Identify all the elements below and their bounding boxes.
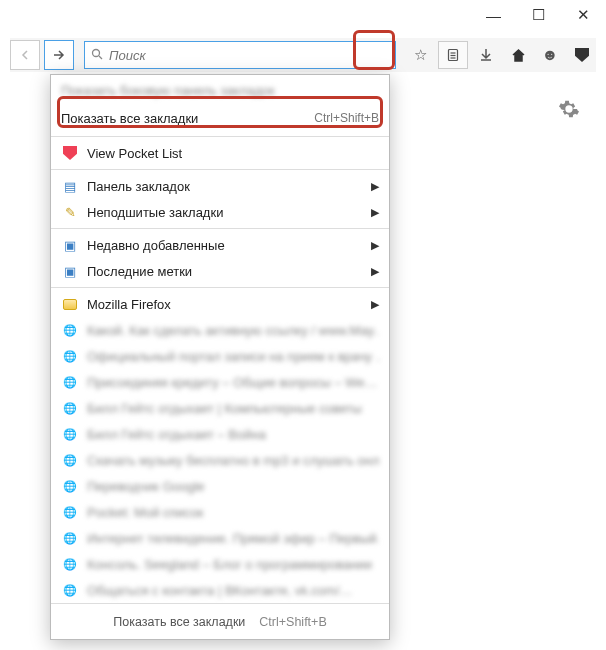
menu-item-label: Показать все закладки [61,111,314,126]
menu-show-all-bookmarks[interactable]: Показать все закладки Ctrl+Shift+B [51,103,389,133]
menu-item-label: Панель закладок [87,179,363,194]
bookmark-item[interactable]: 🌐Pocket: Мой список [51,499,389,525]
menu-separator [51,228,389,229]
menu-show-sidebar[interactable]: Показать боковую панель закладок [51,77,389,103]
globe-icon: 🌐 [61,451,79,469]
search-input[interactable] [109,48,389,63]
bookmark-item[interactable]: 🌐Присоединяя кредиту – Общие вопросы – W… [51,369,389,395]
svg-point-0 [93,49,100,56]
pocket-icon [61,144,79,162]
bookmark-item[interactable]: 🌐Скачать музыку бесплатно в mp3 и слушат… [51,447,389,473]
bookmark-item-label: Билл Гейтс отдыхает | Компьютерные совет… [87,401,379,416]
globe-icon: 🌐 [61,503,79,521]
minimize-button[interactable]: — [471,0,516,30]
globe-icon: 🌐 [61,373,79,391]
bookmark-item[interactable]: 🌐Какой. Как сделать активную ссылку / ww… [51,317,389,343]
menu-bookmarks-toolbar[interactable]: ▤ Панель закладок ▶ [51,173,389,199]
browser-toolbar: ☆ ☻ [10,38,596,72]
recent-added-icon: ▣ [61,236,79,254]
globe-icon: 🌐 [61,425,79,443]
search-icon [91,48,103,63]
bookmark-item[interactable]: 🌐Консоль. Seegland – Блог о программиров… [51,551,389,577]
menu-item-label: Недавно добавленные [87,238,363,253]
bookmark-item[interactable]: 🌐Официальный портал записи на прием к вр… [51,343,389,369]
menu-footer[interactable]: Показать все закладки Ctrl+Shift+B [51,603,389,639]
recent-tags-icon: ▣ [61,262,79,280]
bookmarks-dropdown-menu: Показать боковую панель закладок Показат… [50,74,390,640]
downloads-icon[interactable] [472,41,500,69]
chevron-right-icon: ▶ [371,298,379,311]
arrow-right-icon [53,50,65,60]
chevron-right-icon: ▶ [371,180,379,193]
bookmarks-toolbar-icon: ▤ [61,177,79,195]
menu-item-label: Последние метки [87,264,363,279]
face-icon[interactable]: ☻ [536,41,564,69]
bookmark-item-label: Консоль. Seegland – Блог о программирова… [87,557,379,572]
menu-item-label: Показать боковую панель закладок [61,83,379,98]
bookmark-item-label: Общаться с контакта | ВКонтакте, vk.com/… [87,583,379,598]
globe-icon: 🌐 [61,399,79,417]
bookmark-item-label: Pocket: Мой список [87,505,379,520]
menu-recent-tags[interactable]: ▣ Последние метки ▶ [51,258,389,284]
chevron-left-icon [20,50,30,60]
menu-view-pocket-list[interactable]: View Pocket List [51,140,389,166]
maximize-button[interactable]: ☐ [516,0,561,30]
menu-separator [51,287,389,288]
bookmark-item-label: Билл Гейтс отдыхает – Война [87,427,379,442]
bookmarks-menu-button[interactable] [438,41,468,69]
bookmark-item[interactable]: 🌐Общаться с контакта | ВКонтакте, vk.com… [51,577,389,603]
bookmark-item-label: Скачать музыку бесплатно в mp3 и слушать… [87,453,379,468]
chevron-right-icon: ▶ [371,265,379,278]
pocket-icon[interactable] [568,41,596,69]
clipboard-icon [446,48,460,62]
nav-forward-button[interactable] [44,40,74,70]
chevron-right-icon: ▶ [371,206,379,219]
globe-icon: 🌐 [61,477,79,495]
menu-separator [51,136,389,137]
menu-item-label: Неподшитые закладки [87,205,363,220]
menu-footer-shortcut: Ctrl+Shift+B [259,615,326,629]
menu-item-label: Mozilla Firefox [87,297,363,312]
bookmark-item-label: Присоединяя кредиту – Общие вопросы – We… [87,375,379,390]
chevron-right-icon: ▶ [371,239,379,252]
globe-icon: 🌐 [61,555,79,573]
bookmark-item[interactable]: 🌐Переводчик Google [51,473,389,499]
nav-back-button[interactable] [10,40,40,70]
menu-item-label: View Pocket List [87,146,379,161]
search-box[interactable] [84,41,396,69]
bookmark-star-icon[interactable]: ☆ [406,41,434,69]
gear-icon[interactable] [558,98,580,123]
svg-line-1 [99,56,102,59]
menu-mozilla-firefox-folder[interactable]: Mozilla Firefox ▶ [51,291,389,317]
globe-icon: 🌐 [61,581,79,599]
globe-icon: 🌐 [61,347,79,365]
menu-footer-label: Показать все закладки [113,615,245,629]
close-button[interactable]: ✕ [561,0,606,30]
home-icon[interactable] [504,41,532,69]
bookmark-item[interactable]: 🌐Билл Гейтс отдыхает | Компьютерные сове… [51,395,389,421]
globe-icon: 🌐 [61,529,79,547]
menu-separator [51,169,389,170]
bookmark-item[interactable]: 🌐Билл Гейтс отдыхает – Война [51,421,389,447]
menu-unsorted-bookmarks[interactable]: ✎ Неподшитые закладки ▶ [51,199,389,225]
bookmark-item-label: Интернет телевидение. Прямой эфир – Перв… [87,531,379,546]
bookmark-item-label: Официальный портал записи на прием к вра… [87,349,379,364]
bookmark-item[interactable]: 🌐Интернет телевидение. Прямой эфир – Пер… [51,525,389,551]
bookmark-item-label: Какой. Как сделать активную ссылку / www… [87,323,379,338]
folder-icon [61,295,79,313]
unsorted-bookmarks-icon: ✎ [61,203,79,221]
menu-recently-added[interactable]: ▣ Недавно добавленные ▶ [51,232,389,258]
menu-item-shortcut: Ctrl+Shift+B [314,111,379,125]
bookmark-item-label: Переводчик Google [87,479,379,494]
globe-icon: 🌐 [61,321,79,339]
